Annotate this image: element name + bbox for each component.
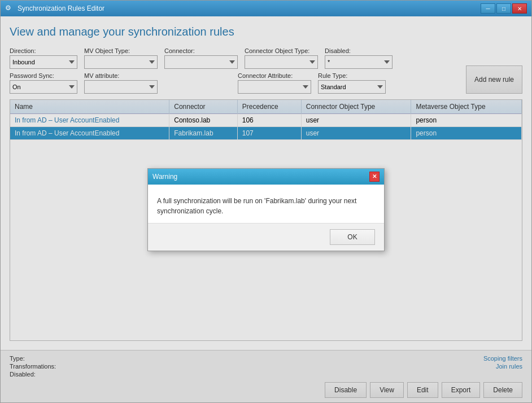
title-bar-left: ⚙ Synchronization Rules Editor bbox=[5, 4, 104, 13]
maximize-button[interactable]: □ bbox=[496, 3, 511, 14]
dialog-ok-button[interactable]: OK bbox=[330, 229, 375, 245]
dialog-body: A full synchronization will be run on 'F… bbox=[148, 185, 384, 223]
title-bar-controls: ─ □ ✕ bbox=[481, 3, 527, 14]
warning-dialog: Warning ✕ A full synchronization will be… bbox=[147, 168, 385, 251]
app-icon: ⚙ bbox=[5, 4, 14, 13]
minimize-button[interactable]: ─ bbox=[481, 3, 495, 14]
dialog-message: A full synchronization will be run on 'F… bbox=[157, 196, 375, 216]
main-window: ⚙ Synchronization Rules Editor ─ □ ✕ Vie… bbox=[0, 0, 532, 403]
dialog-footer: OK bbox=[148, 223, 384, 251]
dialog-title: Warning bbox=[152, 173, 177, 181]
title-bar: ⚙ Synchronization Rules Editor ─ □ ✕ bbox=[1, 1, 531, 16]
window-inner: View and manage your synchronization rul… bbox=[1, 16, 531, 402]
dialog-close-button[interactable]: ✕ bbox=[369, 172, 380, 182]
dialog-overlay: Warning ✕ A full synchronization will be… bbox=[1, 16, 531, 402]
window-title: Synchronization Rules Editor bbox=[18, 5, 104, 12]
window-close-button[interactable]: ✕ bbox=[512, 3, 527, 14]
dialog-title-bar: Warning ✕ bbox=[148, 169, 384, 185]
